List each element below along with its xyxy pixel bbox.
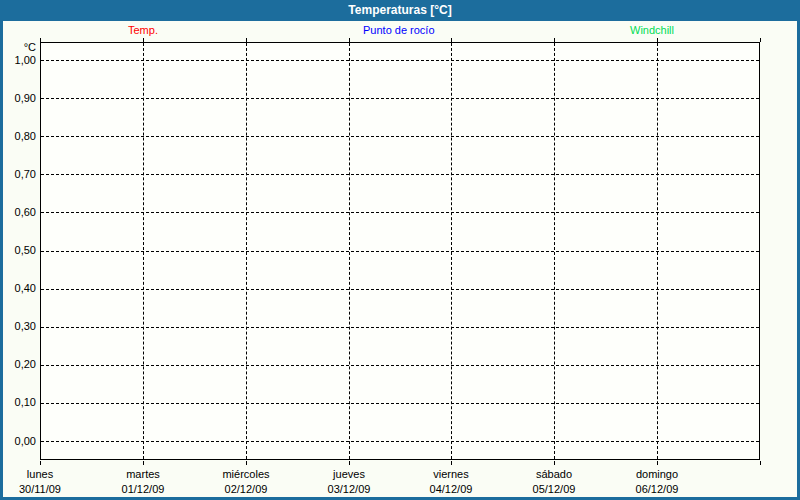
x-axis-day-label: viernes04/12/09	[401, 467, 501, 497]
y-axis-tick-label: 0,50	[0, 244, 36, 257]
axis-tick	[451, 38, 452, 42]
y-axis-tick-label: 0,60	[0, 206, 36, 219]
plot-area	[40, 42, 760, 460]
v-gridline	[349, 43, 350, 459]
y-axis-tick-label: 0,30	[0, 320, 36, 333]
day-name: viernes	[401, 467, 501, 482]
y-axis-tick-label: 0,70	[0, 168, 36, 181]
axis-tick	[349, 38, 350, 42]
v-gridline	[451, 43, 452, 459]
v-gridline	[143, 43, 144, 459]
axis-tick	[554, 38, 555, 42]
h-gridline	[41, 212, 759, 213]
axis-tick	[40, 461, 41, 465]
h-gridline	[41, 60, 759, 61]
axis-tick	[40, 38, 41, 42]
day-date: 04/12/09	[401, 482, 501, 497]
y-axis-tick-label: 0,00	[0, 435, 36, 448]
chart-title: Temperaturas [°C]	[348, 3, 451, 17]
axis-tick	[451, 461, 452, 465]
y-axis-tick-label: 0,80	[0, 130, 36, 143]
h-gridline	[41, 98, 759, 99]
x-axis-day-label: domingo06/12/09	[607, 467, 707, 497]
legend-item-2: Punto de rocío	[363, 24, 435, 37]
day-name: miércoles	[196, 467, 296, 482]
y-axis-unit-label: °C	[0, 41, 36, 54]
x-axis-day-label: miércoles02/12/09	[196, 467, 296, 497]
v-gridline	[657, 43, 658, 459]
h-gridline	[41, 251, 759, 252]
day-date: 02/12/09	[196, 482, 296, 497]
axis-tick	[657, 38, 658, 42]
x-axis-day-label: lunes30/11/09	[0, 467, 90, 497]
day-name: jueves	[299, 467, 399, 482]
v-gridline	[246, 43, 247, 459]
day-date: 01/12/09	[93, 482, 193, 497]
x-axis-day-label: martes01/12/09	[93, 467, 193, 497]
axis-tick	[143, 461, 144, 465]
axis-tick	[143, 38, 144, 42]
axis-tick	[246, 461, 247, 465]
axis-tick	[554, 461, 555, 465]
day-name: martes	[93, 467, 193, 482]
y-axis-tick-label: 0,10	[0, 396, 36, 409]
y-axis-tick-label: 1,00	[0, 54, 36, 67]
legend-item-1: Temp.	[128, 24, 158, 37]
day-name: lunes	[0, 467, 90, 482]
h-gridline	[41, 327, 759, 328]
app-window: Temperaturas [°C] Temp.Punto de rocíoWin…	[0, 0, 800, 500]
x-axis-day-label: jueves03/12/09	[299, 467, 399, 497]
title-bar: Temperaturas [°C]	[0, 0, 800, 21]
h-gridline	[41, 289, 759, 290]
day-date: 05/12/09	[504, 482, 604, 497]
h-gridline	[41, 136, 759, 137]
x-axis-day-label: sábado05/12/09	[504, 467, 604, 497]
day-date: 06/12/09	[607, 482, 707, 497]
h-gridline	[41, 365, 759, 366]
v-gridline	[554, 43, 555, 459]
h-gridline	[41, 403, 759, 404]
axis-tick	[657, 461, 658, 465]
legend-item-3: Windchill	[630, 24, 674, 37]
day-name: sábado	[504, 467, 604, 482]
day-name: domingo	[607, 467, 707, 482]
axis-tick	[760, 38, 761, 42]
axis-tick	[246, 38, 247, 42]
day-date: 30/11/09	[0, 482, 90, 497]
y-axis-tick-label: 0,90	[0, 92, 36, 105]
axis-tick	[349, 461, 350, 465]
y-axis-tick-label: 0,40	[0, 282, 36, 295]
h-gridline	[41, 441, 759, 442]
y-axis-tick-label: 0,20	[0, 358, 36, 371]
axis-tick	[760, 461, 761, 465]
h-gridline	[41, 174, 759, 175]
day-date: 03/12/09	[299, 482, 399, 497]
